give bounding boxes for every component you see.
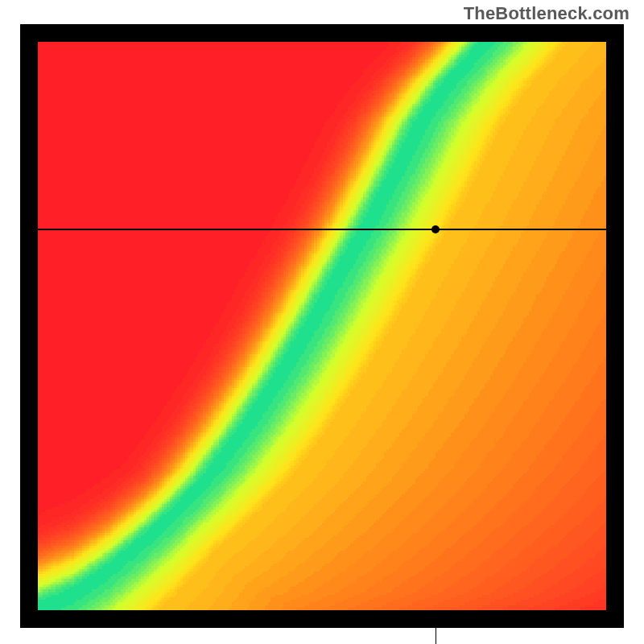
heatmap-canvas (38, 42, 606, 610)
watermark-text: TheBottleneck.com (464, 3, 630, 24)
plot-outer-frame (20, 24, 624, 628)
chart-container: TheBottleneck.com (0, 0, 644, 644)
plot-area[interactable] (38, 42, 606, 610)
crosshair-vertical (436, 610, 437, 644)
